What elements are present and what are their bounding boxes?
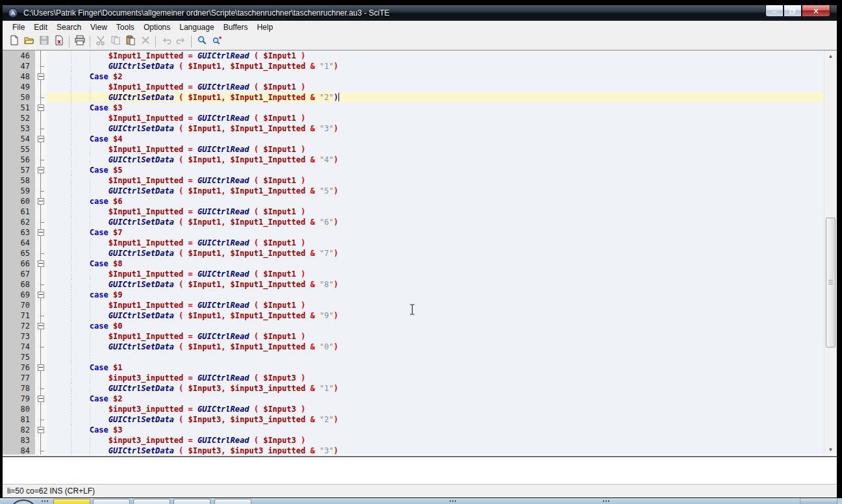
line-number[interactable]: 49 bbox=[3, 82, 35, 92]
code-text[interactable]: case $9 bbox=[47, 290, 824, 300]
fold-margin[interactable] bbox=[35, 383, 47, 394]
find-button[interactable] bbox=[194, 34, 209, 49]
menu-edit[interactable]: Edit bbox=[29, 21, 52, 33]
line-number[interactable]: 83 bbox=[3, 435, 35, 446]
taskbar-window-5[interactable] bbox=[214, 499, 251, 504]
fold-collapse-icon[interactable] bbox=[38, 229, 44, 236]
code-text[interactable]: GUICtrlSetData ( $Input3, $input3_inputt… bbox=[47, 446, 824, 455]
line-number[interactable]: 82 bbox=[3, 425, 35, 435]
code-line-56[interactable]: 56 GUICtrlSetData ( $Input1, $Input1_Inp… bbox=[3, 155, 824, 165]
code-line-68[interactable]: 68 GUICtrlSetData ( $Input1, $Input1_Inp… bbox=[3, 279, 824, 290]
line-number[interactable]: 81 bbox=[3, 414, 35, 425]
copy-button[interactable] bbox=[108, 34, 123, 49]
line-number[interactable]: 50 bbox=[3, 92, 35, 103]
fold-margin[interactable] bbox=[35, 144, 47, 155]
code-line-60[interactable]: 60 case $6 bbox=[3, 196, 824, 207]
fold-collapse-icon[interactable] bbox=[38, 136, 44, 142]
scrollbar-thumb[interactable] bbox=[826, 218, 836, 347]
code-text[interactable]: $Input1_Inputted = GUICtrlRead ( $Input1… bbox=[47, 331, 824, 342]
code-line-53[interactable]: 53 GUICtrlSetData ( $Input1, $Input1_Inp… bbox=[3, 123, 824, 134]
menu-options[interactable]: Options bbox=[139, 21, 175, 33]
fold-margin[interactable] bbox=[35, 186, 47, 196]
fold-collapse-icon[interactable] bbox=[38, 292, 44, 298]
code-line-65[interactable]: 65 GUICtrlSetData ( $Input1, $Input1_Inp… bbox=[3, 248, 824, 258]
line-number[interactable]: 79 bbox=[3, 394, 35, 404]
fold-margin[interactable] bbox=[35, 362, 47, 373]
code-text[interactable]: $input3_inputted = GUICtrlRead ( $Input3… bbox=[47, 373, 824, 383]
fold-collapse-icon[interactable] bbox=[38, 260, 44, 267]
code-line-67[interactable]: 67 $Input1_Inputted = GUICtrlRead ( $Inp… bbox=[3, 269, 824, 279]
code-text[interactable]: $Input1_Inputted = GUICtrlRead ( $Input1… bbox=[47, 269, 824, 279]
code-text[interactable]: GUICtrlSetData ( $Input1, $Input1_Inputt… bbox=[47, 248, 824, 258]
output-pane[interactable] bbox=[3, 458, 837, 484]
code-text[interactable]: $Input1_Inputted = GUICtrlRead ( $Input1… bbox=[47, 144, 824, 155]
taskbar-window-1[interactable] bbox=[53, 499, 90, 504]
line-number[interactable]: 58 bbox=[3, 175, 35, 186]
line-number[interactable]: 64 bbox=[3, 238, 35, 248]
code-text[interactable]: GUICtrlSetData ( $Input1, $Input1_Inputt… bbox=[47, 155, 824, 165]
line-number[interactable]: 54 bbox=[3, 134, 35, 144]
code-line-49[interactable]: 49 $Input1_Inputted = GUICtrlRead ( $Inp… bbox=[3, 82, 824, 92]
fold-margin[interactable] bbox=[35, 155, 47, 165]
code-line-76[interactable]: 76 Case $1 bbox=[3, 362, 824, 373]
code-line-59[interactable]: 59 GUICtrlSetData ( $Input1, $Input1_Inp… bbox=[3, 186, 824, 196]
taskbar-window-2[interactable] bbox=[93, 499, 130, 504]
menu-tools[interactable]: Tools bbox=[112, 21, 139, 33]
fold-margin[interactable] bbox=[35, 238, 47, 248]
editor-rows[interactable]: 46 $Input1_Inputted = GUICtrlRead ( $Inp… bbox=[3, 51, 824, 455]
fold-collapse-icon[interactable] bbox=[38, 396, 44, 402]
scroll-down-arrow[interactable]: ▼ bbox=[824, 444, 837, 455]
code-line-84[interactable]: 84 GUICtrlSetData ( $Input3, $input3_inp… bbox=[3, 446, 824, 455]
code-text[interactable]: GUICtrlSetData ( $Input1, $Input1_Inputt… bbox=[47, 310, 824, 321]
line-number[interactable]: 57 bbox=[3, 165, 35, 175]
pane-splitter[interactable] bbox=[3, 455, 837, 458]
code-text[interactable]: $Input1_Inputted = GUICtrlRead ( $Input1… bbox=[47, 238, 824, 248]
menu-buffers[interactable]: Buffers bbox=[219, 21, 253, 33]
undo-button[interactable] bbox=[159, 34, 173, 49]
close-file-button[interactable] bbox=[51, 34, 66, 49]
show-desktop-button[interactable] bbox=[837, 498, 842, 504]
fold-margin[interactable] bbox=[35, 404, 47, 414]
code-text[interactable]: Case $2 bbox=[47, 71, 824, 82]
taskbar-window-4[interactable] bbox=[173, 499, 210, 504]
line-number[interactable]: 47 bbox=[3, 61, 35, 71]
line-number[interactable]: 72 bbox=[3, 321, 35, 331]
redo-button[interactable] bbox=[173, 34, 188, 49]
fold-margin[interactable] bbox=[35, 269, 47, 279]
code-text[interactable] bbox=[47, 352, 824, 362]
fold-margin[interactable] bbox=[35, 71, 47, 82]
fold-margin[interactable] bbox=[35, 113, 47, 123]
line-number[interactable]: 76 bbox=[3, 362, 35, 373]
fold-collapse-icon[interactable] bbox=[38, 323, 44, 329]
code-text[interactable]: case $6 bbox=[47, 196, 824, 207]
code-line-47[interactable]: 47 GUICtrlSetData ( $Input1, $Input1_Inp… bbox=[3, 61, 824, 71]
fold-margin[interactable] bbox=[35, 435, 47, 446]
title-bar[interactable]: C:\Users\Patrik Finger\Documents\allgeme… bbox=[3, 5, 837, 21]
code-text[interactable]: GUICtrlSetData ( $Input1, $Input1_Inputt… bbox=[47, 92, 824, 103]
code-line-46[interactable]: 46 $Input1_Inputted = GUICtrlRead ( $Inp… bbox=[3, 51, 824, 61]
line-number[interactable]: 68 bbox=[3, 279, 35, 290]
scroll-up-arrow[interactable]: ▲ bbox=[824, 51, 837, 61]
fold-margin[interactable] bbox=[35, 342, 47, 352]
fold-collapse-icon[interactable] bbox=[38, 167, 44, 173]
restore-button[interactable] bbox=[784, 5, 802, 17]
line-number[interactable]: 84 bbox=[3, 446, 35, 455]
taskbar[interactable] bbox=[0, 498, 842, 504]
code-line-77[interactable]: 77 $input3_inputted = GUICtrlRead ( $Inp… bbox=[3, 373, 824, 383]
line-number[interactable]: 66 bbox=[3, 258, 35, 269]
fold-margin[interactable] bbox=[35, 51, 47, 61]
code-text[interactable]: $Input1_Inputted = GUICtrlRead ( $Input1… bbox=[47, 51, 824, 61]
code-text[interactable]: Case $1 bbox=[47, 362, 824, 373]
code-line-52[interactable]: 52 $Input1_Inputted = GUICtrlRead ( $Inp… bbox=[3, 113, 824, 123]
fold-margin[interactable] bbox=[35, 248, 47, 258]
fold-margin[interactable] bbox=[35, 321, 47, 331]
code-text[interactable]: GUICtrlSetData ( $Input1, $Input1_Inputt… bbox=[47, 342, 824, 352]
fold-margin[interactable] bbox=[35, 300, 47, 310]
code-text[interactable]: GUICtrlSetData ( $Input1, $Input1_Inputt… bbox=[47, 279, 824, 290]
menu-view[interactable]: View bbox=[86, 21, 112, 33]
line-number[interactable]: 77 bbox=[3, 373, 35, 383]
print-button[interactable] bbox=[72, 34, 87, 49]
line-number[interactable]: 61 bbox=[3, 207, 35, 217]
fold-collapse-icon[interactable] bbox=[38, 73, 44, 80]
code-text[interactable]: $Input1_Inputted = GUICtrlRead ( $Input1… bbox=[47, 82, 824, 92]
